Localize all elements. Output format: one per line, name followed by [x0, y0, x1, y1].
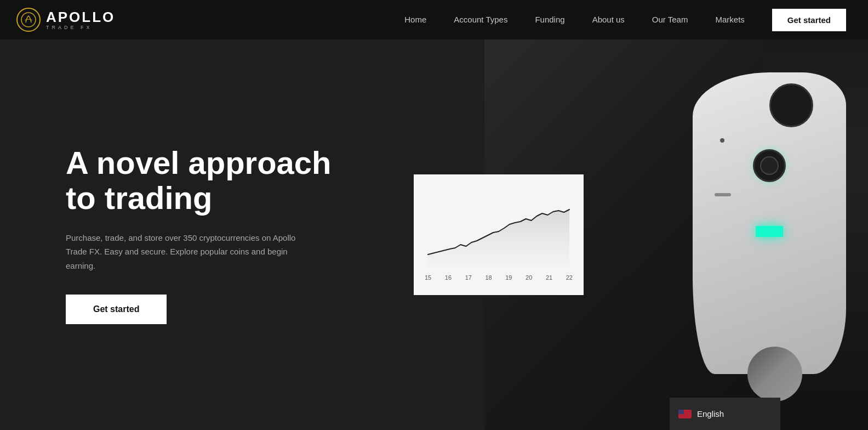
robot-accent-light — [756, 226, 783, 237]
logo-brand: APOLLO — [46, 10, 115, 24]
nav-cta-item[interactable]: Get started — [772, 9, 846, 31]
chart-card: 15 16 17 18 19 20 21 22 — [414, 174, 584, 295]
nav-about-us[interactable]: About us — [592, 15, 625, 25]
chart-label-22: 22 — [566, 274, 573, 281]
hero-description: Purchase, trade, and store over 350 cryp… — [66, 231, 301, 273]
chart-label-20: 20 — [526, 274, 532, 281]
hero-section: A novel approach to trading Purchase, tr… — [0, 39, 868, 430]
hero-title: A novel approach to trading — [66, 145, 340, 216]
nav-home[interactable]: Home — [404, 15, 426, 25]
nav-our-team-link[interactable]: Our Team — [652, 15, 688, 24]
robot-circle-top — [769, 83, 813, 127]
svg-point-0 — [21, 13, 36, 27]
nav-account-types-link[interactable]: Account Types — [454, 15, 507, 24]
chart-label-19: 19 — [505, 274, 512, 281]
logo-text: APOLLO TRADE FX — [46, 10, 115, 30]
nav-funding[interactable]: Funding — [535, 15, 564, 25]
chart-x-labels: 15 16 17 18 19 20 21 22 — [422, 274, 575, 281]
chart-label-17: 17 — [465, 274, 472, 281]
nav-home-link[interactable]: Home — [404, 15, 426, 24]
navbar: APOLLO TRADE FX Home Account Types Fundi… — [0, 0, 868, 39]
nav-get-started-button[interactable]: Get started — [772, 9, 846, 31]
language-label: English — [697, 409, 724, 418]
nav-funding-link[interactable]: Funding — [535, 15, 564, 24]
chart-label-21: 21 — [546, 274, 552, 281]
nav-account-types[interactable]: Account Types — [454, 15, 507, 25]
chart-label-15: 15 — [425, 274, 431, 281]
logo-area: APOLLO TRADE FX — [16, 8, 115, 32]
logo-sub: TRADE FX — [46, 25, 115, 30]
nav-our-team[interactable]: Our Team — [652, 15, 688, 25]
nav-about-us-link[interactable]: About us — [592, 15, 625, 24]
nav-links: Home Account Types Funding About us Our … — [404, 9, 846, 31]
language-selector[interactable]: English — [670, 398, 780, 430]
nav-markets[interactable]: Markets — [715, 15, 744, 25]
logo-icon — [16, 8, 41, 32]
robot-circle-detail — [753, 149, 786, 182]
nav-markets-link[interactable]: Markets — [715, 15, 744, 24]
robot-face — [693, 72, 846, 374]
hero-get-started-button[interactable]: Get started — [66, 295, 167, 324]
hero-content: A novel approach to trading Purchase, tr… — [66, 145, 340, 324]
chart-label-18: 18 — [485, 274, 492, 281]
robot-circle-bottom — [747, 347, 802, 401]
chart-label-16: 16 — [445, 274, 452, 281]
chart-area — [422, 183, 575, 271]
flag-icon — [678, 410, 692, 418]
